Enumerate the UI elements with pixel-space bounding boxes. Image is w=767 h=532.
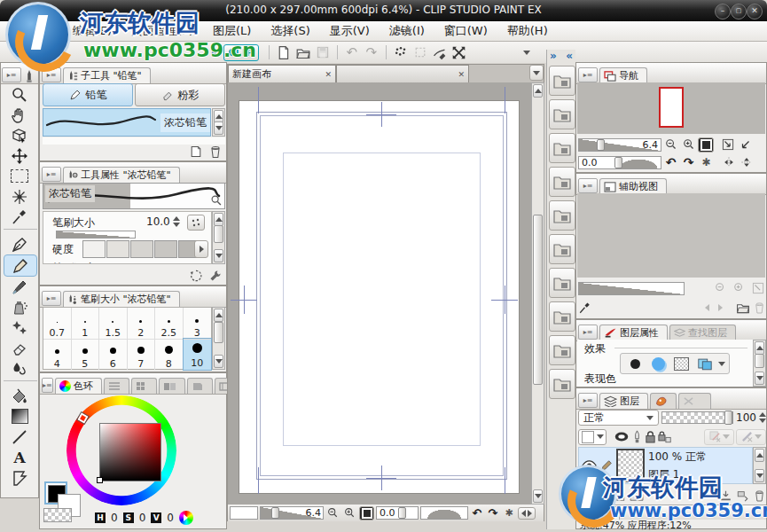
navigator-preview[interactable] (577, 82, 765, 134)
canvas-tab-2[interactable]: ✕ (336, 65, 469, 82)
brush-size-menu-button[interactable]: ▸≡ (42, 291, 61, 306)
layer-property-scrollbar[interactable] (753, 340, 766, 387)
nav-fit-screen-button[interactable] (719, 136, 736, 153)
brush-size-spinner[interactable] (173, 216, 180, 227)
canvas-rotation-box[interactable]: 0.0 (376, 506, 419, 520)
color-slider-tab[interactable] (104, 378, 129, 394)
subtool-tab-pastel[interactable]: 粉彩 (135, 83, 225, 106)
effect-extract-line-button[interactable] (693, 356, 716, 372)
lock-icon[interactable] (645, 430, 656, 443)
canvas-tab-active[interactable]: 新建画布 ✕ (228, 65, 336, 82)
hardness-selector[interactable] (82, 240, 201, 258)
nav-actual-size-button[interactable] (737, 136, 754, 153)
subtool-item-selected[interactable]: 浓芯铅笔 (43, 108, 211, 137)
effect-more-dropdown[interactable] (718, 362, 725, 366)
hardness-expand-button[interactable] (194, 240, 208, 258)
copy-subtool-icon[interactable] (189, 145, 203, 159)
subview-zoom-in-button[interactable] (731, 279, 747, 297)
effect-tone-button[interactable] (670, 356, 692, 372)
density-value[interactable]: 100 (146, 262, 167, 264)
tool-property-title-tab[interactable]: 工具属性 "浓芯铅笔" (63, 167, 180, 183)
size-cell[interactable]: 4 (43, 339, 72, 370)
subtool-tab-pencil[interactable]: 铅笔 (43, 83, 133, 106)
tool-frame-border[interactable] (4, 467, 35, 488)
tool-palette-menu-button[interactable]: ▸≡ (2, 67, 21, 82)
tool-eyedropper[interactable] (4, 207, 35, 227)
lightbulb-pin-icon[interactable] (631, 430, 643, 444)
layer-list-scrollbar[interactable] (753, 447, 766, 484)
canvas-rotation-slider[interactable] (420, 506, 468, 520)
new-layer-2-icon[interactable] (613, 489, 626, 502)
reference-layer-button[interactable] (704, 429, 734, 445)
layer-menu-button[interactable]: ▸≡ (578, 393, 598, 408)
tool-hand[interactable] (4, 105, 35, 125)
brush-size-slider[interactable] (56, 231, 136, 239)
color-mixing-tab[interactable] (159, 378, 185, 394)
nav-flip-vertical-button[interactable] (738, 153, 755, 171)
canvas-zoom-out-button[interactable] (325, 506, 340, 520)
size-cell[interactable]: 3 (184, 308, 212, 339)
canvas-vscrollbar[interactable] (531, 82, 544, 505)
color-wheel-mini-icon[interactable] (179, 511, 193, 525)
size-cell[interactable]: 5 (72, 339, 100, 370)
combine-layers-icon[interactable] (578, 489, 592, 502)
tool-eraser[interactable] (4, 338, 35, 358)
canvas-zoom-slider[interactable]: 6.4 (260, 506, 324, 520)
subview-next-button[interactable] (718, 304, 723, 311)
tool-pen[interactable] (4, 234, 35, 254)
layer-property-menu-button[interactable]: ▸≡ (578, 325, 598, 340)
ruler-layer-button[interactable] (736, 429, 766, 445)
merge-down-icon[interactable] (719, 489, 732, 502)
subview-trash-icon[interactable] (753, 301, 766, 315)
material-folder-3d-object-button[interactable] (549, 335, 575, 365)
subview-preview[interactable] (577, 193, 765, 278)
material-folder-navigator-button[interactable] (549, 66, 575, 96)
menu-layer[interactable]: 图层(L) (204, 21, 260, 41)
layer-color-tab[interactable] (650, 393, 677, 409)
nav-zoom-in-button[interactable] (680, 136, 697, 153)
size-cell[interactable]: 0.7 (43, 308, 72, 339)
redo-button[interactable]: ↷ (362, 43, 381, 61)
layer-thumbnail[interactable] (616, 449, 645, 482)
size-cell[interactable]: 1.5 (99, 308, 128, 339)
canvas-viewport[interactable] (228, 82, 531, 505)
tool-selection[interactable] (4, 166, 35, 186)
blend-mode-dropdown[interactable]: 正常 (578, 410, 659, 426)
wrench-icon[interactable] (208, 269, 223, 283)
nav-rotate-ccw-button[interactable]: ↶ (662, 153, 679, 171)
nav-flip-horizontal-button[interactable] (720, 153, 737, 171)
brush-size-scrollbar[interactable] (212, 307, 225, 370)
commandbar-overflow-button[interactable] (517, 43, 536, 61)
nav-rotate-cw-button[interactable]: ↷ (680, 153, 697, 171)
material-folder-tone-button[interactable] (549, 167, 575, 197)
navigator-menu-button[interactable]: ▸≡ (578, 67, 598, 82)
sv-marker[interactable] (97, 477, 103, 483)
material-folder-photo-button[interactable] (549, 268, 575, 298)
material-folder-image-material-button[interactable] (549, 99, 575, 129)
canvas-page[interactable] (239, 100, 520, 494)
opacity-value[interactable]: 100 (736, 411, 756, 424)
rotate-ccw-button[interactable]: ↶ (470, 505, 484, 522)
tool-fill[interactable] (4, 386, 35, 406)
material-folder-layout-button[interactable] (549, 200, 575, 231)
close-button[interactable]: ✕ (747, 4, 763, 20)
tool-decoration[interactable] (4, 317, 35, 338)
opacity-slider[interactable] (661, 411, 733, 424)
delete-subtool-trash-icon[interactable] (208, 145, 223, 159)
subview-eyedropper-icon[interactable] (578, 301, 591, 316)
collapse-left-arrow[interactable]: « (211, 46, 218, 59)
color-menu-button[interactable]: ▸≡ (42, 378, 53, 393)
subview-zoom-slider[interactable] (578, 282, 685, 295)
save-button[interactable] (313, 43, 333, 61)
tool-zoom[interactable] (4, 84, 35, 105)
layer-extra-tab[interactable] (678, 393, 711, 409)
nav-zoom-out-button[interactable] (662, 136, 679, 153)
menu-window[interactable]: 窗口(W) (435, 21, 497, 41)
rotate-cw-button[interactable]: ↷ (486, 505, 500, 522)
close-tab-icon[interactable]: ✕ (325, 70, 332, 79)
color-set-tab[interactable] (131, 378, 157, 394)
tool-blend[interactable] (4, 358, 35, 379)
navigator-tab[interactable]: 导航 (599, 67, 647, 83)
new-folder-icon[interactable] (630, 489, 644, 502)
menu-view[interactable]: 显示(V) (321, 21, 379, 41)
